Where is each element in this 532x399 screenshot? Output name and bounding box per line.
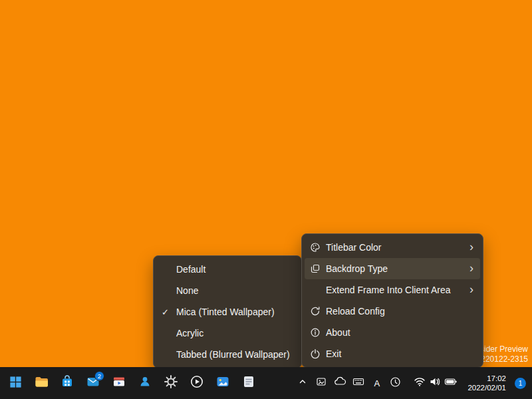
chevron-up-icon xyxy=(298,377,307,389)
backdrop-type-icon xyxy=(310,263,326,274)
menu-item-label: About xyxy=(326,327,473,338)
menu-item-reload-config[interactable]: Reload Config xyxy=(305,301,480,322)
show-hidden-icons-button[interactable] xyxy=(293,370,311,396)
chevron-right-icon: › xyxy=(469,262,473,274)
mail-button[interactable]: 2 xyxy=(82,370,104,396)
app-button[interactable] xyxy=(237,370,260,396)
menu-item-exit[interactable]: Exit xyxy=(305,343,480,364)
clock-date: 2022/02/01 xyxy=(467,383,506,392)
titlebar-color-icon xyxy=(310,242,326,253)
folder-icon xyxy=(34,374,49,392)
power-icon xyxy=(310,348,326,359)
taskbar-clock[interactable]: 17:02 2022/02/01 xyxy=(463,370,511,396)
clock-icon xyxy=(390,376,401,390)
notification-center-button[interactable]: 1 xyxy=(511,370,529,396)
submenu-item-label: Default xyxy=(176,264,292,275)
play-circle-icon xyxy=(190,374,204,392)
submenu-item-label: Acrylic xyxy=(176,328,292,338)
tray-app-button[interactable] xyxy=(312,370,330,396)
system-tray: A 17:02 2022/02/01 xyxy=(293,370,529,396)
wifi-icon xyxy=(414,376,426,390)
clock-time: 17:02 xyxy=(487,374,506,383)
onedrive-button[interactable] xyxy=(331,370,348,396)
taskbar: 2 xyxy=(0,367,532,399)
chevron-right-icon: › xyxy=(469,241,473,253)
menu-item-about[interactable]: About xyxy=(305,322,480,343)
submenu-item-label: Tabbed (Blurred Wallpaper) xyxy=(176,349,292,360)
ime-language-button[interactable]: A xyxy=(368,370,386,396)
menu-item-label: Exit xyxy=(326,348,473,359)
desktop: sider Preview 220122-2315 Default None ✓… xyxy=(0,0,532,399)
picture-icon xyxy=(316,376,327,390)
gear-icon xyxy=(164,374,178,392)
touch-keyboard-button[interactable] xyxy=(349,370,367,396)
context-menu: Titlebar Color › Backdrop Type › Extend … xyxy=(301,233,483,368)
watermark-line1: sider Preview xyxy=(480,344,528,354)
volume-icon xyxy=(429,376,441,390)
submenu-item-default[interactable]: Default xyxy=(156,259,299,280)
settings-button[interactable] xyxy=(160,370,182,396)
mail-badge: 2 xyxy=(94,371,104,381)
battery-icon xyxy=(444,376,458,390)
tray-clock-app-button[interactable] xyxy=(386,370,404,396)
language-indicator: A xyxy=(374,378,380,388)
submenu-item-none[interactable]: None xyxy=(156,280,299,301)
submenu-item-tabbed[interactable]: Tabbed (Blurred Wallpaper) xyxy=(156,344,299,365)
notification-count-badge: 1 xyxy=(515,378,526,389)
menu-item-label: Reload Config xyxy=(326,306,473,317)
menu-item-extend-frame[interactable]: Extend Frame Into Client Area › xyxy=(305,279,480,301)
menu-item-backdrop-type[interactable]: Backdrop Type › xyxy=(305,258,480,279)
chevron-right-icon: › xyxy=(469,283,473,295)
menu-item-titlebar-color[interactable]: Titlebar Color › xyxy=(305,237,480,258)
movies-tv-icon xyxy=(112,374,126,392)
media-player-button[interactable] xyxy=(186,370,208,396)
submenu-item-acrylic[interactable]: Acrylic xyxy=(156,323,299,344)
photos-icon xyxy=(215,374,230,392)
photos-button[interactable] xyxy=(211,370,234,396)
submenu-item-label: Mica (Tinted Wallpaper) xyxy=(176,307,292,317)
submenu-item-label: None xyxy=(176,285,292,296)
cloud-icon xyxy=(334,376,346,390)
keyboard-icon xyxy=(352,376,364,390)
people-icon xyxy=(138,374,152,392)
check-icon: ✓ xyxy=(162,307,176,317)
windows-logo-icon xyxy=(9,375,23,392)
submenu-item-mica[interactable]: ✓ Mica (Tinted Wallpaper) xyxy=(156,301,299,323)
store-icon xyxy=(60,374,74,392)
menu-item-label: Extend Frame Into Client Area xyxy=(326,285,469,295)
quick-settings-button[interactable] xyxy=(409,370,462,396)
menu-item-label: Backdrop Type xyxy=(326,263,469,274)
insider-watermark: sider Preview 220122-2315 xyxy=(480,344,528,364)
microsoft-store-button[interactable] xyxy=(56,370,78,396)
about-icon xyxy=(310,327,326,338)
backdrop-type-submenu: Default None ✓ Mica (Tinted Wallpaper) A… xyxy=(153,255,302,368)
start-button[interactable] xyxy=(4,370,27,396)
people-button[interactable] xyxy=(134,370,156,396)
notepad-app-icon xyxy=(241,374,256,392)
reload-icon xyxy=(310,306,326,317)
watermark-line2: 220122-2315 xyxy=(480,354,528,364)
menu-item-label: Titlebar Color xyxy=(326,242,469,253)
taskbar-pinned-apps: 2 xyxy=(4,370,260,396)
file-explorer-button[interactable] xyxy=(30,370,53,396)
movies-tv-button[interactable] xyxy=(108,370,130,396)
